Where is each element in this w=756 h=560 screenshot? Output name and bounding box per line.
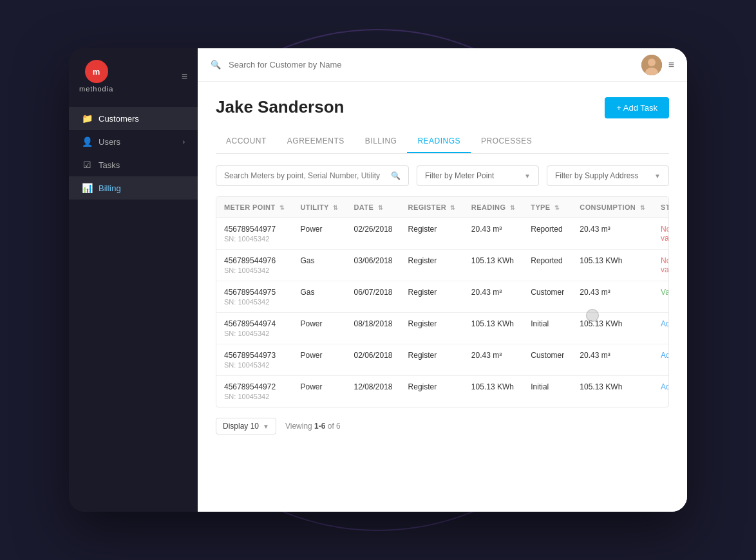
cell-meter-point: 456789544977 SN: 10045342 (216, 218, 292, 250)
customer-search-input[interactable] (229, 60, 634, 70)
cell-meter-point: 456789544976 SN: 10045342 (216, 250, 292, 281)
cell-status: Accepted (653, 313, 669, 344)
sort-icon: ⇅ (450, 205, 455, 211)
sidebar: m methodia ≡ 📁 Customers 👤 Users › ☑ Tas… (69, 48, 198, 512)
logo-badge: m (85, 60, 108, 83)
app-window: m methodia ≡ 📁 Customers 👤 Users › ☑ Tas… (69, 48, 687, 512)
col-meter-point[interactable]: METER POINT ⇅ (216, 197, 292, 218)
cell-status: Accepted (653, 376, 669, 407)
col-date[interactable]: DATE ⇅ (346, 197, 400, 218)
cell-reading: 20.43 m³ (464, 344, 523, 376)
logo-area: m methodia (79, 60, 113, 93)
supply-address-filter[interactable]: Filter by Supply Address ▼ (547, 165, 669, 186)
sidebar-item-customers[interactable]: 📁 Customers (69, 107, 198, 130)
customers-icon: 📁 (82, 113, 92, 124)
col-status[interactable]: STATUS ⇅ (653, 197, 669, 218)
cell-status: Not validated (653, 218, 669, 250)
sidebar-nav: 📁 Customers 👤 Users › ☑ Tasks 📊 Billing (69, 107, 198, 200)
cell-utility: Power (292, 344, 346, 376)
cell-reading: 105.13 KWh (464, 376, 523, 407)
tab-processes[interactable]: PROCESSES (471, 130, 542, 153)
tabs-bar: ACCOUNT AGREEMENTS BILLING READINGS PROC… (216, 130, 669, 154)
sort-icon: ⇅ (554, 205, 560, 211)
avatar[interactable] (641, 55, 662, 75)
sort-icon: ⇅ (333, 205, 338, 211)
tab-billing[interactable]: BILLING (355, 130, 408, 153)
cell-meter-point: 456789544975 SN: 10045342 (216, 281, 292, 313)
cell-type: Reported (523, 250, 572, 281)
tab-agreements[interactable]: AGREEMENTS (277, 130, 355, 153)
cell-type: Customer (523, 281, 572, 313)
readings-table: METER POINT ⇅ UTILITY ⇅ DATE ⇅ (216, 197, 669, 407)
meter-search-icon: 🔍 (391, 171, 401, 180)
table-row[interactable]: 456789544976 SN: 10045342 Gas 03/06/2018… (216, 250, 669, 281)
col-register[interactable]: REGISTER ⇅ (401, 197, 464, 218)
tab-account[interactable]: ACCOUNT (216, 130, 277, 153)
display-select[interactable]: Display 10 ▼ (216, 418, 276, 434)
cell-meter-point: 456789544973 SN: 10045342 (216, 344, 292, 376)
cell-date: 06/07/2018 (346, 281, 400, 313)
table-row[interactable]: 456789544975 SN: 10045342 Gas 06/07/2018… (216, 281, 669, 313)
col-utility[interactable]: UTILITY ⇅ (292, 197, 346, 218)
meter-search-container: 🔍 (216, 165, 409, 186)
cell-consumption: 105.13 KWh (572, 250, 653, 281)
table-header-row: METER POINT ⇅ UTILITY ⇅ DATE ⇅ (216, 197, 669, 218)
chevron-down-icon: ▼ (654, 173, 661, 180)
table-row[interactable]: 456789544973 SN: 10045342 Power 02/06/20… (216, 344, 669, 376)
col-reading[interactable]: READING ⇅ (464, 197, 523, 218)
sidebar-item-label: Tasks (99, 160, 120, 170)
cell-type: Reported (523, 218, 572, 250)
add-task-button[interactable]: + Add Task (605, 97, 669, 118)
table-row[interactable]: 456789544972 SN: 10045342 Power 12/08/20… (216, 376, 669, 407)
meter-search-input[interactable] (224, 171, 386, 180)
cell-register: Register (401, 344, 464, 376)
cell-register: Register (401, 313, 464, 344)
sort-icon: ⇅ (640, 205, 645, 211)
sort-icon: ⇅ (378, 205, 383, 211)
supply-address-filter-label: Filter by Supply Address (555, 171, 638, 180)
sidebar-item-tasks[interactable]: ☑ Tasks (69, 153, 198, 176)
cell-date: 03/06/2018 (346, 250, 400, 281)
viewing-text: Viewing 1-6 of 6 (285, 422, 341, 431)
cell-meter-point: 456789544972 SN: 10045342 (216, 376, 292, 407)
sidebar-item-label: Billing (99, 183, 121, 193)
cell-type: Initial (523, 313, 572, 344)
topbar-menu-icon[interactable]: ≡ (668, 59, 674, 71)
col-consumption[interactable]: CONSUMPTION ⇅ (572, 197, 653, 218)
logo-letter: m (93, 67, 100, 77)
table-row[interactable]: 456789544974 SN: 10045342 Power 08/18/20… (216, 313, 669, 344)
table-row[interactable]: 456789544977 SN: 10045342 Power 02/26/20… (216, 218, 669, 250)
sidebar-toggle-icon[interactable]: ≡ (182, 71, 187, 82)
display-select-label: Display 10 (223, 422, 259, 431)
user-avatar-image (641, 55, 662, 75)
sidebar-item-label: Users (99, 137, 120, 147)
cell-reading: 20.43 m³ (464, 281, 523, 313)
sort-icon: ⇅ (279, 205, 285, 211)
pagination-row: Display 10 ▼ Viewing 1-6 of 6 (216, 418, 669, 434)
cell-consumption: 105.13 KWh (572, 313, 653, 344)
sort-icon: ⇅ (510, 205, 515, 211)
cell-type: Initial (523, 376, 572, 407)
cell-meter-point: 456789544974 SN: 10045342 (216, 313, 292, 344)
col-type[interactable]: TYPE ⇅ (523, 197, 572, 218)
cell-register: Register (401, 281, 464, 313)
sidebar-item-users[interactable]: 👤 Users › (69, 130, 198, 153)
cell-reading: 105.13 KWh (464, 250, 523, 281)
sidebar-item-label: Customers (99, 114, 139, 124)
tasks-icon: ☑ (82, 160, 92, 170)
cell-date: 12/08/2018 (346, 376, 400, 407)
tab-readings[interactable]: READINGS (407, 130, 471, 153)
cell-register: Register (401, 218, 464, 250)
cell-reading: 20.43 m³ (464, 218, 523, 250)
cell-consumption: 20.43 m³ (572, 218, 653, 250)
cell-consumption: 20.43 m³ (572, 344, 653, 376)
chevron-down-icon: ▼ (263, 423, 269, 430)
chevron-down-icon: ▼ (524, 173, 531, 180)
sidebar-item-billing[interactable]: 📊 Billing (69, 176, 198, 200)
chevron-right-icon: › (183, 138, 185, 145)
cell-consumption: 105.13 KWh (572, 376, 653, 407)
topbar: 🔍 ≡ (198, 48, 687, 82)
meter-point-filter[interactable]: Filter by Meter Point ▼ (417, 165, 539, 186)
filters-row: 🔍 Filter by Meter Point ▼ Filter by Supp… (216, 165, 669, 186)
users-icon: 👤 (82, 136, 92, 147)
